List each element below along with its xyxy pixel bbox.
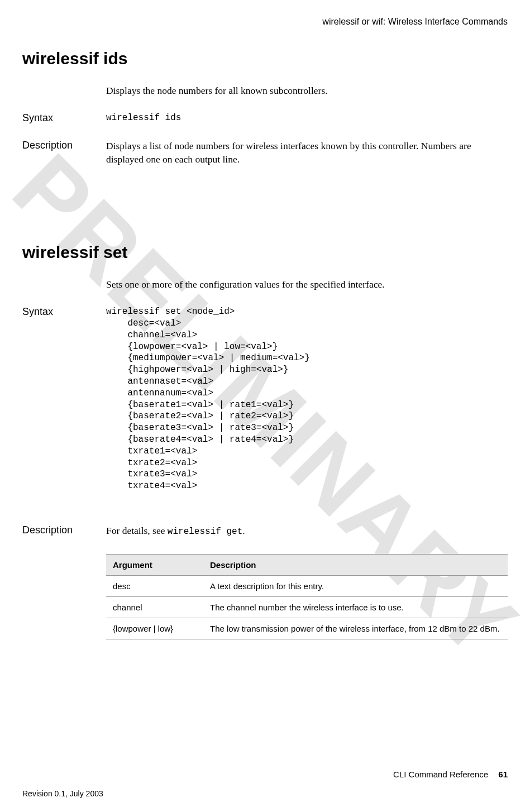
desc-mono: wirelessif get	[168, 527, 242, 537]
footer-revision: Revision 0.1, July 2003	[22, 789, 508, 798]
running-header: wirelessif or wif: Wireless Interface Co…	[22, 17, 508, 27]
desc-prefix: For details, see	[106, 525, 168, 536]
arg-name: {lowpower | low}	[106, 618, 203, 639]
table-row: {lowpower | low} The low transmission po…	[106, 618, 508, 639]
syntax-label-set: Syntax	[22, 306, 106, 318]
description-text-ids: Displays a list of node numbers for wire…	[106, 140, 508, 166]
description-text-set: For details, see wirelessif get.	[106, 524, 508, 538]
arg-name: desc	[106, 575, 203, 596]
footer-doc-title: CLI Command Reference	[393, 770, 488, 779]
page-footer: CLI Command Reference 61 Revision 0.1, J…	[22, 770, 508, 798]
section-title-set: wirelessif set	[22, 243, 508, 262]
description-label-set: Description	[22, 524, 106, 536]
syntax-code-ids: wirelessif ids	[106, 112, 508, 124]
table-header-description: Description	[203, 554, 508, 575]
table-row: channel The channel number the wireless …	[106, 596, 508, 618]
arg-desc: The channel number the wireless interfac…	[203, 596, 508, 618]
section-intro-ids: Displays the node numbers for all known …	[106, 85, 508, 97]
desc-suffix: .	[242, 525, 245, 536]
arguments-table: Argument Description desc A text descrip…	[106, 554, 508, 639]
description-label-ids: Description	[22, 140, 106, 151]
table-header-row: Argument Description	[106, 554, 508, 575]
arg-name: channel	[106, 596, 203, 618]
syntax-code-set: wirelessif set <node_id> desc=<val> chan…	[106, 306, 508, 492]
arg-desc: A text description for this entry.	[203, 575, 508, 596]
page-content: wirelessif or wif: Wireless Interface Co…	[0, 0, 530, 812]
section-intro-set: Sets one or more of the configuration va…	[106, 279, 508, 290]
syntax-label-ids: Syntax	[22, 112, 106, 124]
arg-desc: The low transmission power of the wirele…	[203, 618, 508, 639]
section-title-ids: wirelessif ids	[22, 49, 508, 68]
table-row: desc A text description for this entry.	[106, 575, 508, 596]
footer-page-number: 61	[498, 770, 508, 779]
table-header-argument: Argument	[106, 554, 203, 575]
